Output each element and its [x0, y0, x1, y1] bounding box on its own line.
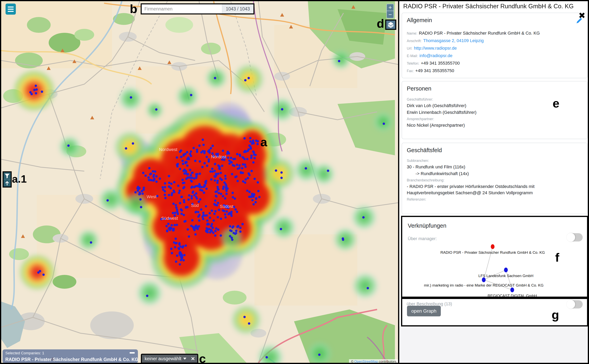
- copyright-symbol: ©: [351, 360, 354, 363]
- layers-button[interactable]: [385, 20, 396, 30]
- scroll-top-button[interactable]: [4, 180, 11, 187]
- referenzen-label: Referenzen:: [407, 197, 582, 202]
- annotation-f: f: [555, 251, 559, 264]
- allgemein-row: E-Mail:info@radiopsr.de: [407, 53, 582, 58]
- geschaeftsfeld-card: Geschäftsfeld Subbranchen: 30 - Rundfunk…: [402, 143, 588, 214]
- district-label: Süd: [191, 203, 199, 208]
- search-result-counter: 1043 / 1043: [222, 4, 254, 13]
- manager-toggle[interactable]: [566, 233, 583, 241]
- allgemein-row: Name:RADIO PSR - Privater Sächsischer Ru…: [407, 31, 582, 36]
- subbranche-item: 30 - Rundfunk und Film (116x): [407, 164, 582, 169]
- toggle-knob: [566, 300, 575, 309]
- beschreibung-text: Hauptverbreitungsgebiet Sachsen@@ 24 Stu…: [407, 190, 582, 195]
- field-value[interactable]: http://www.radiopsr.de: [414, 46, 457, 51]
- hamburger-icon: [8, 6, 14, 7]
- attribution-suffix: contributors.: [379, 360, 397, 363]
- subbranche-item: -> Rundfunkwirtschaft (14x): [407, 171, 582, 176]
- annotation-a1: a.1: [12, 174, 27, 184]
- layers-icon: [387, 21, 394, 28]
- hamburger-icon: [8, 11, 14, 12]
- company-search-box: 1043 / 1043: [141, 3, 254, 14]
- graph-node-label: mir.) marketing im radio - eine Marke de…: [424, 283, 544, 287]
- field-value[interactable]: info@radiopsr.de: [419, 53, 453, 58]
- clear-selection-button[interactable]: ✕: [191, 356, 195, 362]
- graph-node-label: RADIO PSR - Privater Sächsischer Rundfun…: [440, 250, 545, 255]
- annotation-g: g: [552, 309, 559, 321]
- district-label: Nordwest: [159, 147, 177, 152]
- personen-card: Personen Geschäftsführer:Dirk van Loh (G…: [402, 81, 588, 139]
- dropdown-caret-icon: [183, 358, 186, 360]
- filter-button[interactable]: [4, 172, 11, 180]
- panel-footer: [399, 326, 588, 363]
- graph-node-label: REGIOCAST DIGITAL GmbH: [488, 294, 537, 298]
- minimize-button[interactable]: [130, 352, 135, 353]
- field-label: Anschrift:: [407, 39, 422, 43]
- ueber-manager-label: Über manager:: [408, 236, 587, 241]
- hamburger-icon: [8, 9, 14, 10]
- toggle-knob: [566, 233, 575, 242]
- selected-companies-panel[interactable]: Selected Companies: 1 RADIO PSR - Privat…: [3, 349, 138, 363]
- district-label: Nordost: [211, 154, 226, 159]
- field-value: +49 341 355355750: [415, 68, 454, 73]
- graph-node-label: LFS Landesfunk Sachsen GmbH: [478, 274, 533, 278]
- allgemein-row: Url:http://www.radiopsr.de: [407, 46, 582, 51]
- map-attribution: © OpenStreetMap contributors.: [349, 359, 398, 363]
- annotation-c: c: [199, 352, 206, 363]
- zoom-in-button[interactable]: +: [386, 4, 394, 11]
- district-label: Südwest: [161, 216, 178, 221]
- subbranchen-label: Subbranchen:: [407, 159, 582, 163]
- district-label: Südost: [220, 204, 234, 209]
- personen-heading: Personen: [407, 85, 582, 92]
- dropdown-label: keiner ausgewählt: [145, 356, 181, 361]
- geschaeftsfeld-heading: Geschäftsfeld: [407, 147, 582, 154]
- allgemein-row: Telefon:+49 341 355355700: [407, 61, 582, 66]
- branchenbeschreibung-label: Branchenbeschreibung:: [407, 178, 582, 182]
- beschreibung-toggle[interactable]: [566, 300, 583, 308]
- annotation-a: a: [260, 136, 267, 148]
- beschreibung-text: - RADIO PSR - erster privater Hörfunksen…: [407, 184, 582, 189]
- person-name: Erwin Linnenbach (Geschäftsführer): [407, 110, 582, 115]
- map-canvas[interactable]: NordwestNordostWestSüdSüdwestSüdost 1043…: [1, 1, 398, 363]
- company-select-dropdown[interactable]: keiner ausgewählt ✕: [141, 354, 198, 363]
- district-label: West: [147, 194, 156, 199]
- filter-icon: [4, 173, 10, 178]
- zoom-out-button[interactable]: −: [386, 11, 394, 18]
- zoom-control: + −: [386, 4, 394, 18]
- annotation-e: e: [553, 97, 559, 110]
- field-label: Telefon:: [407, 61, 419, 65]
- annotation-d: d: [377, 17, 384, 30]
- beschreibung-box: über Beschreibung (13) open Graph: [401, 298, 588, 326]
- field-label: Fax:: [407, 69, 414, 73]
- district-labels: NordwestNordostWestSüdSüdwestSüdost: [1, 1, 398, 363]
- openstreetmap-link[interactable]: OpenStreetMap: [354, 360, 378, 363]
- allgemein-card: Allgemein Name:RADIO PSR - Privater Säch…: [402, 13, 588, 78]
- field-value: +49 341 355355700: [421, 61, 460, 66]
- open-graph-button[interactable]: open Graph: [407, 306, 441, 316]
- app-root: NordwestNordostWestSüdSüdwestSüdost 1043…: [0, 0, 589, 364]
- annotation-b: b: [130, 3, 137, 15]
- field-label: Url:: [407, 46, 412, 50]
- menu-button[interactable]: [6, 4, 16, 15]
- detail-panel: RADIO PSR - Privater Sächsischer Rundfun…: [398, 1, 588, 363]
- field-label: E-Mail:: [407, 54, 418, 58]
- person-group-label: Ansprechpartner:: [407, 117, 582, 121]
- field-label: Name:: [407, 32, 417, 35]
- verknuepfungen-heading: Verknüpfungen: [408, 222, 587, 229]
- panel-title: RADIO PSR - Privater Sächsischer Rundfun…: [403, 3, 574, 10]
- close-panel-button[interactable]: ✖: [578, 11, 585, 20]
- selected-companies-label: Selected Companies: 1: [5, 351, 135, 355]
- person-name: Nico Nickel (Ansprechpartner): [407, 123, 582, 128]
- arrow-up-icon: [4, 181, 10, 186]
- allgemein-row: Anschrift:Thomasgasse 2, 04109 Leipzig: [407, 38, 582, 43]
- search-input[interactable]: [142, 4, 222, 13]
- filter-control: [3, 171, 12, 188]
- selected-company-name: RADIO PSR - Privater Sächsischer Rundfun…: [5, 357, 135, 362]
- field-value[interactable]: Thomasgasse 2, 04109 Leipzig: [423, 38, 484, 43]
- field-value: RADIO PSR - Privater Sächsischer Rundfun…: [419, 31, 540, 36]
- verknuepfungen-box: Verknüpfungen Über manager: RADIO PSR - …: [401, 216, 588, 298]
- allgemein-heading: Allgemein: [407, 17, 582, 24]
- allgemein-row: Fax:+49 341 355355750: [407, 68, 582, 73]
